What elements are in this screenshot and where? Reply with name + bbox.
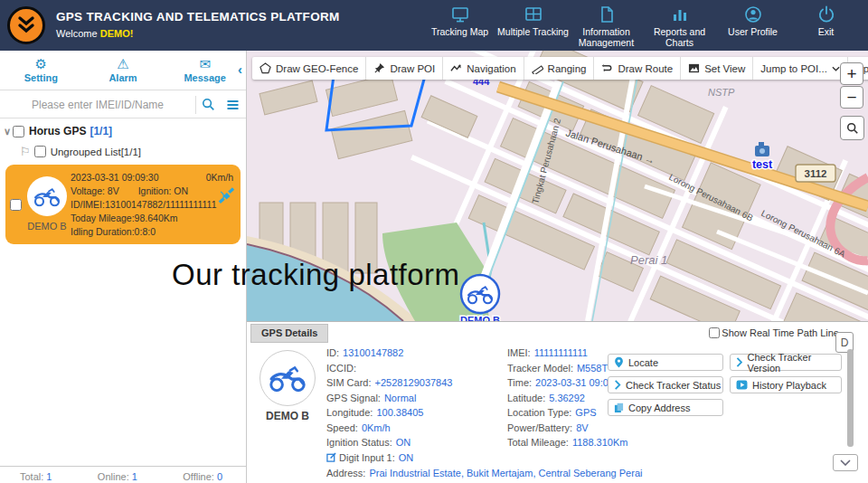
welcome-prefix: Welcome (56, 28, 100, 39)
nav-reports-charts[interactable]: Reports and Charts (643, 5, 716, 48)
tool-label: Draw POI (390, 63, 435, 74)
nav-tracking-map[interactable]: Tracking Map (423, 5, 496, 48)
show-path-label: Show Real Time Path Line (722, 327, 839, 338)
status-offline: Offline:0 (183, 471, 222, 483)
welcome-text: Welcome DEMO! (56, 28, 133, 39)
user-icon (743, 5, 763, 24)
subgroup-label: Ungrouped List[1/1] (51, 147, 141, 157)
tree-subgroup-row[interactable]: ⚐ Ungrouped List[1/1] (20, 145, 246, 158)
device-voltage: Voltage: 8V (71, 185, 119, 196)
nav-multiple-tracking[interactable]: Multiple Tracking (496, 5, 570, 48)
group-count: [1/1] (90, 125, 112, 137)
details-scrollbar[interactable] (847, 349, 854, 447)
app-window: GPS TRACKING AND TELEMATICS PLATFORM Wel… (0, 0, 868, 483)
field-power-battery: Power/Battery:8V (507, 421, 688, 436)
panel-collapse-button[interactable] (833, 454, 858, 471)
chevron-down-icon (832, 66, 840, 71)
device-tree: ∨ Horus GPS [1/1] ⚐ Ungrouped List[1/1] (0, 121, 246, 158)
tab-message[interactable]: ✉ Message (164, 57, 246, 83)
tab-alarm[interactable]: ⚠ Alarm (82, 57, 165, 83)
device-card-body: 2023-03-31 09:09:30 0Km/h Voltage: 8V Ig… (71, 171, 237, 239)
check-tracker-version-button[interactable]: Check Tracker Version (730, 354, 842, 371)
tool-label: Set View (704, 63, 745, 74)
main-nav: Tracking Map Multiple Tracking Informati… (423, 5, 863, 48)
nav-label: Tracking Map (431, 26, 488, 37)
tool-label: Navigation (467, 63, 515, 74)
details-device-name: DEMO B (258, 410, 317, 422)
tool-draw-poi[interactable]: Draw POI (365, 57, 442, 80)
device-marker-demo-b[interactable]: DEMO B (460, 275, 500, 321)
tool-label: Draw Route (618, 63, 673, 74)
welcome-user: DEMO! (100, 28, 134, 39)
nav-user-profile[interactable]: User Profile (716, 5, 789, 48)
motorcycle-icon (269, 364, 307, 393)
app-title: GPS TRACKING AND TELEMATICS PLATFORM (56, 10, 340, 24)
map-search-button[interactable] (840, 116, 864, 140)
search-button[interactable] (196, 93, 221, 117)
map-zoom-out-button[interactable]: − (840, 86, 863, 109)
nav-exit[interactable]: Exit (789, 5, 863, 48)
navigation-icon (450, 62, 462, 74)
button-label: Check Tracker Version (747, 352, 841, 374)
show-path-checkbox[interactable] (709, 327, 720, 338)
device-marker-label: DEMO B (460, 315, 500, 321)
tab-label: Alarm (108, 72, 137, 83)
device-time: 2023-03-31 09:09:30 (71, 171, 159, 185)
double-chevron-down-icon (15, 15, 37, 35)
edit-icon[interactable] (326, 452, 336, 462)
tab-setting[interactable]: ⚙ Setting (0, 57, 82, 83)
field-address: Address:Prai Industrial Estate, Bukit Me… (326, 468, 642, 478)
svg-text:3112: 3112 (805, 168, 827, 179)
pushpin-icon (373, 62, 385, 74)
device-card-demo-b[interactable]: DEMO B 2023-03-31 09:09:30 0Km/h Voltage… (5, 165, 241, 244)
gps-details-tab[interactable]: GPS Details (250, 324, 328, 343)
tool-jump-to-poi[interactable]: Jump to POI... (752, 57, 847, 80)
tool-label: Draw GEO-Fence (276, 63, 358, 74)
subgroup-checkbox[interactable] (34, 146, 46, 157)
list-menu-button[interactable] (221, 93, 245, 117)
tool-set-view[interactable]: Set View (680, 57, 752, 80)
tool-ranging[interactable]: Ranging (524, 57, 594, 80)
tool-draw-geofence[interactable]: Draw GEO-Fence (252, 57, 365, 80)
copy-address-button[interactable]: Copy Address (608, 399, 723, 416)
tool-draw-route[interactable]: Draw Route (593, 57, 680, 80)
field-total-mileage: Total Mileage:1188.310Km (507, 435, 688, 450)
gps-details-panel: GPS Details Show Real Time Path Line D D… (247, 321, 868, 483)
field-longitude: Longitude:100.38405 (326, 405, 507, 421)
details-avatar (259, 350, 316, 406)
device-idling: Idling Duration:0:8:0 (71, 225, 237, 239)
search-input[interactable] (0, 92, 195, 118)
history-playback-button[interactable]: History Playback (730, 376, 842, 393)
road-ref-badge: 3112 (796, 165, 835, 182)
field-iccid: ICCID: (326, 361, 507, 376)
locate-button[interactable]: Locate (608, 354, 723, 371)
tree-expand-caret[interactable]: ∨ (4, 126, 11, 137)
group-checkbox[interactable] (13, 126, 24, 137)
field-sim-card: SIM Card:+2528129037843 (326, 375, 507, 391)
field-digit-input: Digit Input 1:ON (326, 450, 507, 466)
nav-label: User Profile (728, 26, 778, 37)
check-tracker-status-button[interactable]: Check Tracker Status (608, 376, 723, 393)
ruler-pencil-icon (532, 62, 543, 74)
sidebar-status-bar: Total:1 Online:1 Offline:0 (0, 466, 246, 483)
power-icon (816, 5, 836, 24)
button-label: Check Tracker Status (626, 380, 721, 391)
map-toolbar: Draw GEO-Fence Draw POI Navigation Rangi… (252, 57, 868, 80)
map-label-nstp: NSTP (708, 87, 735, 98)
nav-information-management[interactable]: Information Management (570, 5, 643, 48)
show-path-checkbox-row[interactable]: Show Real Time Path Line (709, 327, 839, 338)
device-search-row (0, 91, 246, 118)
tool-navigation[interactable]: Navigation (442, 57, 523, 80)
tree-group-row[interactable]: ∨ Horus GPS [1/1] (7, 125, 246, 137)
sidebar-collapse-button[interactable]: ‹ (238, 62, 242, 77)
monitor-icon (450, 5, 470, 24)
status-online: Online:1 (98, 471, 137, 483)
field-speed: Speed:0Km/h (326, 421, 507, 436)
app-logo (7, 6, 45, 44)
device-id-imei: ID/IMEI:13100147882/11111111111 (71, 198, 237, 212)
tab-label: Setting (24, 72, 58, 83)
map-label-perai: Perai 1 (630, 253, 667, 267)
map-zoom-in-button[interactable]: + (840, 62, 863, 85)
tab-label: Message (184, 72, 225, 83)
device-checkbox[interactable] (10, 199, 22, 211)
